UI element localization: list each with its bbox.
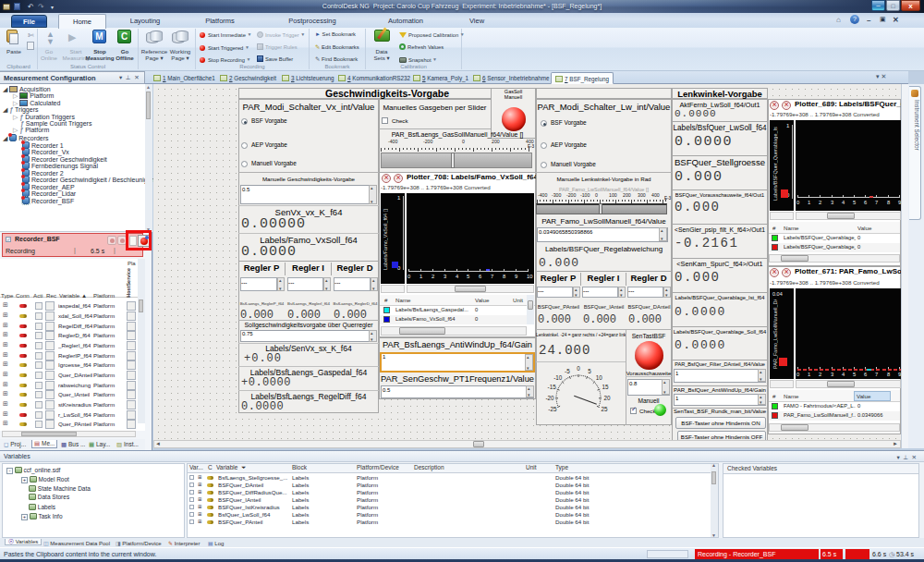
svg-text:-5: -5 [565,368,570,374]
svg-text:10: 10 [596,374,603,381]
svg-text:25: 25 [602,406,609,412]
svg-text:5: 5 [588,368,591,374]
svg-text:20: 20 [603,395,611,401]
svg-text:-25: -25 [548,406,557,412]
svg-text:-10: -10 [553,374,563,381]
svg-text:-20: -20 [545,395,554,401]
svg-text:0: 0 [577,365,580,372]
svg-text:15: 15 [602,384,609,390]
svg-text:-15: -15 [548,384,557,390]
